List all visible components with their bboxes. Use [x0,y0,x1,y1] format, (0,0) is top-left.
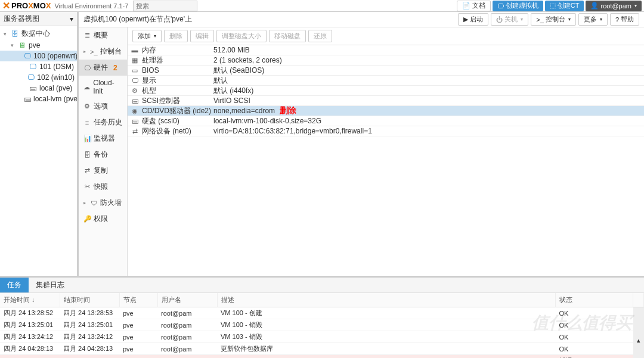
tab-label: 监视器 [94,133,115,144]
col-desc[interactable]: 描述 [217,293,556,307]
hw-icon: ⚙ [128,87,142,95]
breadcrumb: 虚拟机100 (openwrt)在节点'pve'上 [83,14,192,24]
revert-button[interactable]: 还原 [308,30,332,42]
side-tab--[interactable]: ⚙选项 [79,98,127,114]
play-icon: ▶ [463,15,468,23]
hw-name: 机型 [142,86,213,96]
cell-status: OK [556,343,633,355]
tree-item-101-dsm-[interactable]: 🖵101 (DSM) [0,61,77,72]
user-icon: 👤 [590,2,599,10]
log-row[interactable]: 四月 24 04:28:13四月 24 04:28:13pveroot@pam更… [0,343,644,355]
hw-row[interactable]: ⚙机型默认 (i440fx) [128,86,644,96]
hw-value: VirtIO SCSI [213,96,644,105]
shutdown-button[interactable]: ⏻关机 [491,13,528,26]
cell-start: 四月 24 13:24:12 [0,331,60,343]
move-disk-button[interactable]: 移动磁盘 [269,30,306,42]
help-button[interactable]: ?帮助 [610,13,639,26]
search-input[interactable] [133,1,197,11]
main-area: 服务器视图 ▾ ▾🗄数据中心▾🖥pve🖵100 (openwrt)1🖵101 (… [0,12,644,276]
start-button[interactable]: ▶启动 [458,13,488,26]
tab-tasks[interactable]: 任务 [0,278,29,292]
hw-row[interactable]: 🖴SCSI控制器VirtIO SCSI [128,96,644,106]
tree-label: local-lvm (pve) [33,95,77,103]
top-header: ✕ PROXMOX Virtual Environment 7.1-7 📄文档 … [0,0,644,12]
cell-status: 错误: Failed to run vncproxy. [556,355,633,359]
log-row[interactable]: 四月 24 13:25:01四月 24 13:25:01pveroot@pamV… [0,319,644,331]
cell-user: root@pam [157,355,217,359]
hw-row[interactable]: ▦处理器2 (1 sockets, 2 cores) [128,55,644,66]
view-selector[interactable]: 服务器视图 ▾ [0,12,77,26]
tree-item-local-lvm-pve-[interactable]: 🖴local-lvm (pve) [0,94,77,104]
hw-row[interactable]: ▬内存512.00 MiB [128,45,644,55]
hw-value: 2 (1 sockets, 2 cores) [213,56,644,64]
tab-icon: 🖵 [83,64,91,71]
side-tab-cloud-init[interactable]: ☁Cloud-Init [79,76,127,98]
tree-item-100-openwrt-[interactable]: 🖵100 (openwrt)1 [0,51,77,61]
docs-button[interactable]: 📄文档 [457,1,491,11]
tab-icon: ≣ [83,32,91,39]
tree-item--[interactable]: ▾🗄数据中心 [0,27,77,40]
scroll-indicator[interactable]: ▴ [633,307,644,359]
log-row[interactable]: 四月 24 13:24:12四月 24 13:24:12pveroot@pamV… [0,331,644,343]
log-row[interactable]: 四月 24 13:28:52四月 24 13:28:53pveroot@pamV… [0,307,644,319]
resource-tree: ▾🗄数据中心▾🖥pve🖵100 (openwrt)1🖵101 (DSM)🖵102… [0,26,77,276]
col-node[interactable]: 节点 [119,293,157,307]
remove-button[interactable]: 删除 [164,30,188,42]
col-start[interactable]: 开始时间 ↓ [0,293,60,307]
cell-end: 四月 24 13:25:01 [60,319,119,331]
col-status[interactable]: 状态 [556,293,633,307]
tab-icon: ✂ [83,183,91,191]
console-button[interactable]: >_控制台 [531,13,576,26]
tree-node-icon: 🖴 [29,84,37,92]
log-row[interactable]: 四月 23 18:05:58四月 23 18:05:59pveroot@pamV… [0,355,644,359]
cell-node: pve [119,307,157,319]
tree-item-102-win10-[interactable]: 🖵102 (win10) [0,72,77,83]
version-label: Virtual Environment 7.1-7 [54,2,128,10]
side-tab--[interactable]: ▸🛡防火墙 [79,195,127,211]
side-tab--[interactable]: 🗄备份 [79,147,127,163]
side-tab--[interactable]: ✂快照 [79,179,127,195]
hw-name: 网络设备 (net0) [142,126,213,136]
cell-status: OK [556,331,633,343]
tree-node-icon: 🗄 [11,30,19,38]
more-button[interactable]: 更多 [578,13,608,26]
cell-desc: VM 103 - 销毁 [217,331,556,343]
tab-cluster-log[interactable]: 集群日志 [29,278,72,292]
tree-item-pve[interactable]: ▾🖥pve [0,40,77,51]
side-tab--[interactable]: ≣概要 [79,27,127,43]
tab-label: 控制台 [100,46,122,57]
power-icon: ⏻ [496,16,503,23]
user-menu-button[interactable]: 👤root@pam [586,1,642,11]
cell-desc: VM 100 - 销毁 [217,319,556,331]
hw-row[interactable]: ◉CD/DVD驱动器 (ide2)none,media=cdrom删除 [128,106,644,116]
edit-button[interactable]: 编辑 [190,30,214,42]
col-user[interactable]: 用户名 [157,293,217,307]
hw-row[interactable]: 🖴硬盘 (scsi0)local-lvm:vm-100-disk-0,size=… [128,116,644,126]
vm-actions: ▶启动 ⏻关机 >_控制台 更多 ?帮助 [458,13,639,26]
side-tab--[interactable]: ⇄复制 [79,163,127,179]
resize-disk-button[interactable]: 调整磁盘大小 [216,30,267,42]
hw-name: SCSI控制器 [142,96,213,106]
hw-name: 处理器 [142,55,213,66]
hw-value: 默认 [213,76,644,86]
hw-row[interactable]: 🖵显示默认 [128,76,644,86]
side-tab--[interactable]: 🖵硬件2 [79,60,127,76]
cell-end: 四月 24 13:24:12 [60,331,119,343]
create-vm-button[interactable]: 🖵创建虚拟机 [493,1,543,11]
monitor-icon: 🖵 [497,2,504,10]
tab-icon: ☁ [83,83,90,91]
side-tab--[interactable]: ≡任务历史 [79,114,127,130]
tree-item-local-pve-[interactable]: 🖴local (pve) [0,83,77,94]
create-ct-button[interactable]: ⬚创建CT [545,1,584,11]
tab-icon: 🗄 [83,151,91,158]
tab-icon: 🛡 [90,200,97,207]
hw-row[interactable]: ▭BIOS默认 (SeaBIOS) [128,66,644,76]
hw-value: 512.00 MiB [213,46,644,54]
side-tab--[interactable]: ▸>_控制台 [79,43,127,60]
side-tab--[interactable]: 📊监视器 [79,130,127,147]
col-end[interactable]: 结束时间 [60,293,119,307]
side-tab--[interactable]: 🔑权限 [79,211,127,227]
hw-row[interactable]: ⇄网络设备 (net0)virtio=DA:81:0C:63:82:71,bri… [128,126,644,136]
cell-desc: VM 100 - 创建 [217,307,556,319]
add-button[interactable]: 添加 [132,30,162,42]
